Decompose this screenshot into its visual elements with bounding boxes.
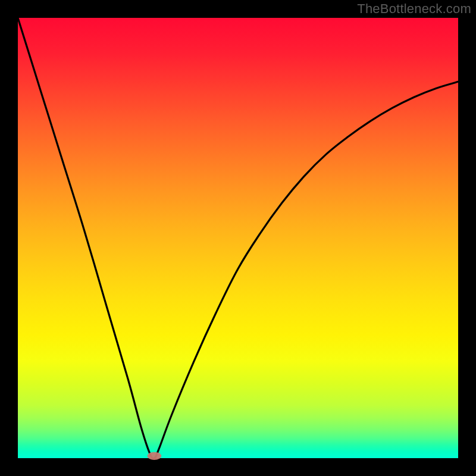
plot-area xyxy=(18,18,458,458)
watermark-text: TheBottleneck.com xyxy=(357,1,471,17)
chart-frame: TheBottleneck.com xyxy=(0,0,476,476)
bottleneck-curve-line xyxy=(18,18,458,459)
curve-svg xyxy=(18,18,458,458)
minimum-marker xyxy=(148,452,162,460)
